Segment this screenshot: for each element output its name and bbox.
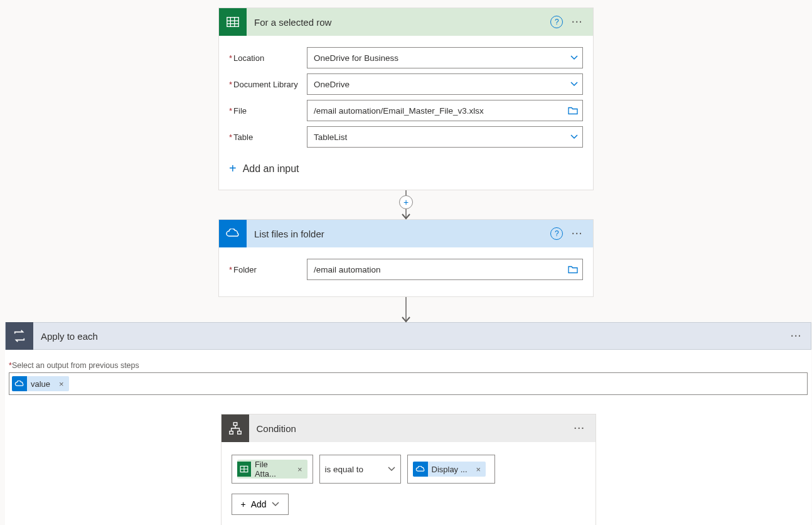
- arrow-down-icon: [402, 317, 410, 323]
- trigger-header[interactable]: For a selected row ? ···: [219, 8, 593, 36]
- file-input[interactable]: [307, 100, 583, 121]
- location-label: *Location: [229, 53, 307, 63]
- trigger-body: *Location *Document Library *File *Table: [219, 36, 593, 190]
- chevron-down-icon[interactable]: [570, 54, 578, 62]
- plus-icon: +: [229, 161, 237, 176]
- location-input[interactable]: [307, 47, 583, 68]
- trigger-card: For a selected row ? ··· *Location *Docu…: [218, 8, 594, 190]
- more-icon[interactable]: ···: [569, 226, 585, 241]
- list-files-title: List files in folder: [247, 229, 550, 239]
- operator-label: is equal to: [325, 465, 364, 474]
- excel-icon: [219, 8, 247, 36]
- condition-title: Condition: [249, 423, 572, 434]
- file-label: *File: [229, 106, 307, 116]
- more-icon[interactable]: ···: [788, 328, 804, 344]
- chevron-down-icon: [272, 501, 279, 508]
- add-step-button[interactable]: +: [399, 195, 413, 209]
- loop-icon: [6, 322, 33, 350]
- output-field[interactable]: value ×: [9, 372, 808, 395]
- file-attachment-token[interactable]: File Atta... ×: [237, 460, 307, 479]
- condition-left-operand[interactable]: File Atta... ×: [232, 455, 313, 484]
- output-label: *Select an output from previous steps: [5, 361, 811, 372]
- onedrive-icon: [12, 376, 27, 391]
- arrow-down-icon: [402, 214, 410, 220]
- chevron-down-icon[interactable]: [570, 80, 578, 88]
- onedrive-icon: [219, 220, 247, 247]
- help-icon[interactable]: ?: [550, 227, 563, 240]
- onedrive-icon: [413, 462, 428, 477]
- folder-icon[interactable]: [568, 266, 578, 274]
- svg-rect-6: [229, 431, 233, 435]
- add-input-button[interactable]: + Add an input: [229, 159, 583, 178]
- folder-label: *Folder: [229, 265, 307, 274]
- svg-rect-5: [233, 423, 237, 426]
- condition-icon: [222, 414, 249, 442]
- help-icon[interactable]: ?: [550, 16, 563, 28]
- add-input-label: Add an input: [243, 163, 299, 175]
- token-label: value: [27, 379, 54, 389]
- condition-right-operand[interactable]: Display ... ×: [407, 455, 495, 484]
- condition-card: Condition ··· File Atta... × is equal to: [221, 414, 596, 525]
- excel-icon: [237, 462, 251, 477]
- table-input[interactable]: [307, 126, 583, 148]
- token-label: File Atta...: [251, 460, 292, 479]
- list-files-body: *Folder: [219, 247, 593, 296]
- remove-token-icon[interactable]: ×: [292, 465, 307, 474]
- connector: [218, 297, 594, 322]
- remove-token-icon[interactable]: ×: [54, 379, 69, 389]
- display-name-token[interactable]: Display ... ×: [413, 462, 486, 477]
- condition-header[interactable]: Condition ···: [222, 414, 596, 442]
- token-label: Display ...: [428, 465, 471, 474]
- apply-to-each-header[interactable]: Apply to each ···: [5, 322, 811, 350]
- connector: +: [218, 190, 594, 219]
- more-icon[interactable]: ···: [569, 14, 585, 30]
- table-label: *Table: [229, 133, 307, 142]
- chevron-down-icon[interactable]: [570, 133, 578, 141]
- remove-token-icon[interactable]: ×: [471, 465, 486, 474]
- folder-icon[interactable]: [568, 107, 578, 115]
- plus-icon: +: [241, 499, 246, 509]
- apply-to-each-title: Apply to each: [33, 331, 788, 342]
- condition-row: File Atta... × is equal to Display ... ×: [232, 455, 585, 484]
- more-icon[interactable]: ···: [572, 421, 588, 436]
- svg-rect-7: [237, 431, 241, 435]
- add-label: Add: [251, 499, 267, 509]
- library-label: *Document Library: [229, 80, 307, 89]
- list-files-card: List files in folder ? ··· *Folder: [218, 219, 594, 297]
- folder-input[interactable]: [307, 259, 583, 280]
- apply-to-each-body: *Select an output from previous steps va…: [5, 350, 811, 525]
- library-input[interactable]: [307, 73, 583, 95]
- add-condition-button[interactable]: + Add: [232, 494, 289, 515]
- trigger-title: For a selected row: [247, 17, 550, 28]
- svg-rect-0: [227, 18, 238, 27]
- chevron-down-icon: [388, 465, 395, 473]
- value-token[interactable]: value ×: [12, 376, 69, 391]
- condition-operator[interactable]: is equal to: [319, 455, 401, 484]
- list-files-header[interactable]: List files in folder ? ···: [219, 220, 593, 247]
